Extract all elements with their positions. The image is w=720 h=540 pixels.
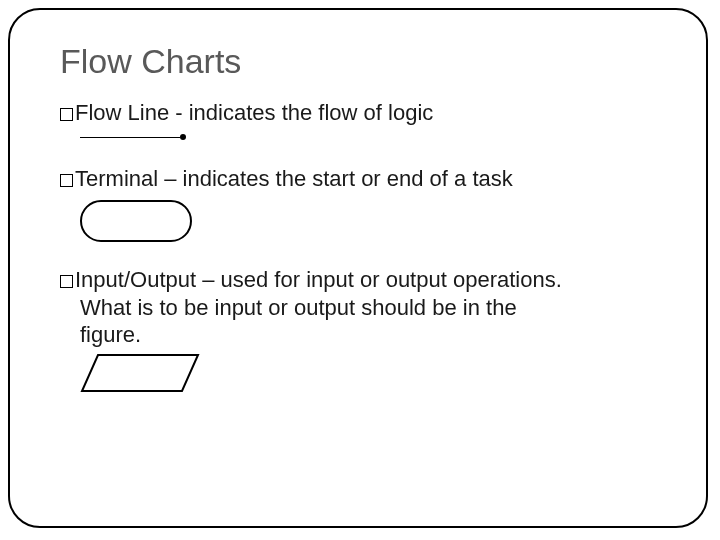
item-text-cont: figure. (80, 321, 670, 349)
item-terminal: Terminal – indicates the start or end of… (60, 165, 670, 243)
bullet-row: Input/Output – used for input or output … (60, 266, 670, 294)
item-text: Input/Output – used for input or output … (75, 267, 562, 292)
square-bullet-icon (60, 174, 73, 187)
square-bullet-icon (60, 275, 73, 288)
flow-line-icon (80, 133, 186, 143)
square-bullet-icon (60, 108, 73, 121)
svg-marker-0 (82, 355, 198, 391)
bullet-row: Terminal – indicates the start or end of… (60, 165, 670, 193)
parallelogram-shape-icon (80, 353, 200, 393)
item-input-output: Input/Output – used for input or output … (60, 266, 670, 393)
item-flow-line: Flow Line - indicates the flow of logic (60, 99, 670, 143)
item-text: Flow Line - indicates the flow of logic (75, 100, 433, 125)
terminal-shape-icon (80, 200, 192, 242)
item-text-cont: What is to be input or output should be … (80, 294, 670, 322)
bullet-row: Flow Line - indicates the flow of logic (60, 99, 670, 127)
slide-title: Flow Charts (60, 42, 670, 81)
slide-frame: Flow Charts Flow Line - indicates the fl… (8, 8, 708, 528)
item-text: Terminal – indicates the start or end of… (75, 166, 513, 191)
